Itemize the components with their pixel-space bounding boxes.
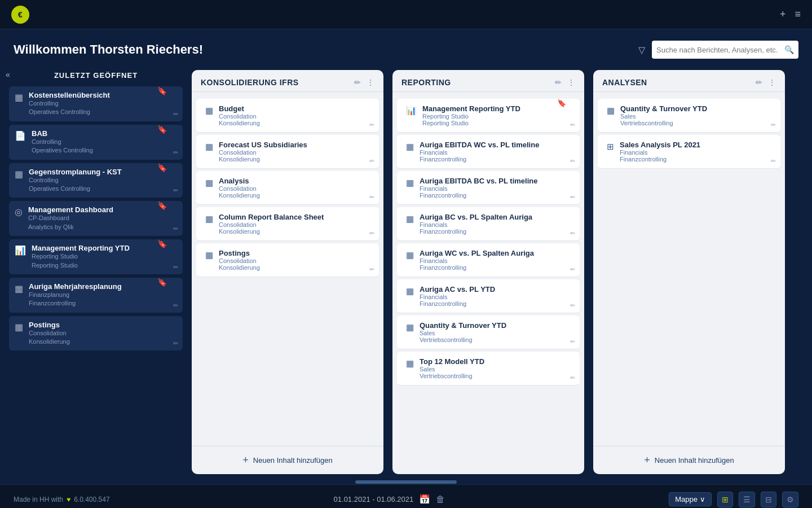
sidebar-collapse-icon[interactable]: « <box>6 70 10 79</box>
settings-button[interactable]: ⚙ <box>782 492 798 507</box>
edit-icon-bab[interactable]: ✏ <box>173 149 178 156</box>
panel-item-title: Auriga EBITDA BC vs. PL timeline <box>420 177 571 185</box>
menu-icon[interactable]: ≡ <box>795 8 801 20</box>
panel-item-sub1: Financials <box>420 221 571 228</box>
edit-icon-kostenstellenuebersicht[interactable]: ✏ <box>173 111 178 118</box>
panel-item-sub2: Finanzcontrolling <box>420 264 571 271</box>
panel-item-icon: ▦ <box>205 178 213 188</box>
panel-item[interactable]: ▦ Forecast US Subsidiaries Consolidation… <box>196 135 379 169</box>
panel-item-edit[interactable]: ✏ <box>570 194 575 201</box>
panel-item-edit[interactable]: ✏ <box>570 157 575 165</box>
panel-items-reporting: 📊 Management Reporting YTD Reporting Stu… <box>392 92 584 474</box>
panel-item-edit[interactable]: ✏ <box>570 121 575 129</box>
header-right: ▽ 🔍 <box>638 41 798 59</box>
panel-item-edit[interactable]: ✏ <box>369 266 374 273</box>
sidebar-item-management-reporting-ytd[interactable]: 📊 Management Reporting YTD Reporting Stu… <box>9 239 183 274</box>
panel-more-icon-reporting[interactable]: ⋮ <box>567 78 575 87</box>
panel-item-edit[interactable]: ✏ <box>570 374 575 382</box>
panel-edit-icon-analysen[interactable]: ✏ <box>756 78 762 87</box>
version-label: 6.0.400.547 <box>74 496 109 503</box>
calendar-icon[interactable]: 📅 <box>419 494 430 505</box>
sidebar-item-auriga-mehrjahresplanung[interactable]: ▦ Auriga Mehrjahresplanung Finanzplanung… <box>9 278 183 313</box>
panel-edit-icon-konsolidierung-ifrs[interactable]: ✏ <box>354 78 361 87</box>
grid-view-button[interactable]: ⊞ <box>717 492 733 507</box>
panel-item-icon: ▦ <box>406 214 414 224</box>
panel-item-edit[interactable]: ✏ <box>369 230 374 237</box>
sidebar-item-icon-kostenstellenuebersicht: ▦ <box>15 92 23 103</box>
add-icon[interactable]: + <box>780 8 786 20</box>
panel-item-edit[interactable]: ✏ <box>570 338 575 345</box>
date-range: 01.01.2021 - 01.06.2021 <box>334 495 414 503</box>
edit-icon-auriga-mehrjahresplanung[interactable]: ✏ <box>173 302 178 309</box>
sidebar-item-kostenstellenuebersicht[interactable]: ▦ Kostenstellenübersicht ControllingOper… <box>9 86 183 121</box>
panel-item-icon: ▦ <box>205 250 213 260</box>
panel-edit-icon-reporting[interactable]: ✏ <box>555 78 562 87</box>
panel-item[interactable]: ▦ Postings Consolidation Konsolidierung … <box>196 243 379 277</box>
panel-item[interactable]: ▦ Analysis Consolidation Konsolidierung … <box>196 171 379 205</box>
panel-item-title: Postings <box>219 249 370 257</box>
panel-item-edit[interactable]: ✏ <box>771 157 776 165</box>
sidebar-item-title-bab: BAB <box>32 129 177 138</box>
panel-items-analysen: ▦ Quantity & Turnover YTD Sales Vertrieb… <box>593 92 785 446</box>
sidebar-item-management-dashboard[interactable]: ◎ Management Dashboard CP-DashboardAnaly… <box>9 201 183 236</box>
filter-icon[interactable]: ▽ <box>638 45 645 55</box>
list-view-button[interactable]: ☰ <box>739 492 755 507</box>
mappe-button[interactable]: Mappe ∨ <box>669 492 712 506</box>
panel-item[interactable]: 📊 Management Reporting YTD Reporting Stu… <box>397 99 580 133</box>
panel-item-edit[interactable]: ✏ <box>570 302 575 309</box>
panel-item-title: Top 12 Modell YTD <box>420 357 571 366</box>
edit-icon-postings[interactable]: ✏ <box>173 340 178 347</box>
panel-title-analysen: ANALYSEN <box>602 78 647 87</box>
panel-item-edit[interactable]: ✏ <box>570 230 575 237</box>
panel-item[interactable]: ⊞ Sales Analysis PL 2021 Financials Fina… <box>598 135 780 169</box>
panel-item-title: Column Report Balance Sheet <box>219 213 370 221</box>
mappe-chevron: ∨ <box>700 495 705 503</box>
sidebar-title: ZULETZT GEÖFFNET <box>9 71 183 80</box>
add-content-button[interactable]: + Neuen Inhalt hinzufügen <box>593 446 785 474</box>
panel-title-reporting: REPORTING <box>401 78 451 87</box>
edit-icon-management-dashboard[interactable]: ✏ <box>173 225 178 233</box>
panel-item-edit[interactable]: ✏ <box>369 121 374 129</box>
footer-center: 01.01.2021 - 01.06.2021 📅 🗑 <box>334 494 445 505</box>
app-logo[interactable]: € <box>11 6 29 24</box>
panel-more-icon-konsolidierung-ifrs[interactable]: ⋮ <box>367 78 374 87</box>
panel-item[interactable]: ▦ Budget Consolidation Konsolidierung ✏ <box>196 99 379 133</box>
edit-icon-gegenstromplanung[interactable]: ✏ <box>173 187 178 194</box>
sidebar-item-text-management-dashboard: Management Dashboard CP-DashboardAnalyti… <box>28 205 177 231</box>
panel-item[interactable]: ▦ Quantity & Turnover YTD Sales Vertrieb… <box>397 316 580 349</box>
panel-item-edit[interactable]: ✏ <box>570 266 575 273</box>
panel-item[interactable]: ▦ Top 12 Modell YTD Sales Vertriebscontr… <box>397 352 580 386</box>
panel-item[interactable]: ▦ Auriga EBITDA BC vs. PL timeline Finan… <box>397 171 580 205</box>
panel-item-sub2: Konsolidierung <box>219 192 370 199</box>
panel-item[interactable]: ▦ Auriga WC vs. PL Spalten Auriga Financ… <box>397 243 580 277</box>
panel-item[interactable]: ▦ Quantity & Turnover YTD Sales Vertrieb… <box>598 99 780 133</box>
panel-item-title: Auriga AC vs. PL YTD <box>420 285 571 294</box>
delete-icon[interactable]: 🗑 <box>436 494 445 505</box>
sidebar-item-bab[interactable]: 📄 BAB ControllingOperatives Controlling … <box>9 125 183 160</box>
edit-icon-management-reporting-ytd[interactable]: ✏ <box>173 264 178 271</box>
panel-item-edit[interactable]: ✏ <box>771 121 776 129</box>
panel-item[interactable]: ▦ Auriga AC vs. PL YTD Financials Finanz… <box>397 279 580 313</box>
panel-item[interactable]: ▦ Auriga BC vs. PL Spalten Auriga Financ… <box>397 207 580 241</box>
panel-item-edit[interactable]: ✏ <box>369 157 374 165</box>
panel-item-text: Auriga BC vs. PL Spalten Auriga Financia… <box>420 213 571 235</box>
sidebar-item-postings[interactable]: ▦ Postings ConsolidationKonsolidierung ✏ <box>9 316 183 351</box>
panel-more-icon-analysen[interactable]: ⋮ <box>768 78 776 87</box>
sidebar-item-gegenstromplanung[interactable]: ▦ Gegenstromplanung - KST ControllingOpe… <box>9 163 183 198</box>
panel-item-text: Column Report Balance Sheet Consolidatio… <box>219 213 370 235</box>
panel-item-text: Auriga WC vs. PL Spalten Auriga Financia… <box>420 249 571 271</box>
panel-item-sub2: Vertriebscontrolling <box>420 336 571 343</box>
panel-item-icon: ▦ <box>205 106 213 116</box>
panel-item-sub1: Sales <box>620 113 771 120</box>
bookmark-icon-gegenstromplanung: 🔖 <box>157 163 167 172</box>
panel-item[interactable]: ▦ Auriga EBITDA WC vs. PL timeline Finan… <box>397 135 580 169</box>
table-view-button[interactable]: ⊟ <box>761 492 776 507</box>
panel-item-title: Budget <box>219 104 370 113</box>
panel-item[interactable]: ▦ Column Report Balance Sheet Consolidat… <box>196 207 379 241</box>
panel-item-sub2: Reporting Studio <box>422 120 571 126</box>
panel-item-edit[interactable]: ✏ <box>369 194 374 201</box>
panel-actions-reporting: ✏ ⋮ <box>555 78 575 87</box>
panel-item-sub2: Finanzcontrolling <box>420 228 571 235</box>
add-content-button[interactable]: + Neuen Inhalt hinzufügen <box>192 446 383 474</box>
search-input[interactable] <box>656 46 784 54</box>
